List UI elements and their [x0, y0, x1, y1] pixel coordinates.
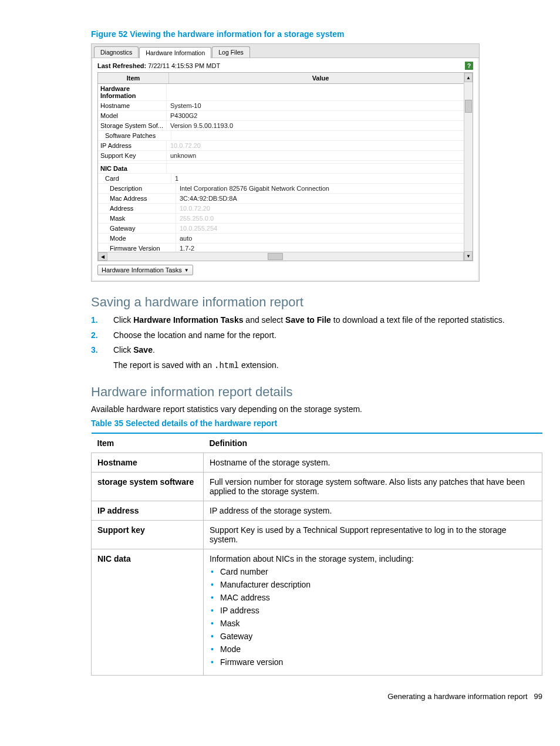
- table-row[interactable]: IP Address10.0.72.20: [98, 141, 473, 151]
- tab-hardware-information[interactable]: Hardware Information: [139, 47, 211, 58]
- last-refreshed-label: Last Refreshed:: [97, 62, 146, 69]
- hscroll-thumb[interactable]: [268, 253, 283, 260]
- row-value: 10.0.72.20: [167, 141, 473, 150]
- list-item: IP address: [210, 606, 536, 615]
- cell-definition: IP address of the storage system.: [204, 501, 542, 521]
- row-value: Intel Corporation 82576 Gigabit Network …: [176, 184, 473, 193]
- table-row[interactable]: ModelP4300G2: [98, 111, 473, 121]
- table-row[interactable]: Card1: [98, 174, 473, 184]
- table-row[interactable]: Modeauto: [98, 234, 473, 244]
- row-value: auto: [176, 234, 473, 243]
- table-row: NIC dataInformation about NICs in the st…: [92, 549, 542, 676]
- scroll-up-icon[interactable]: ▲: [464, 73, 473, 82]
- table-row: IP addressIP address of the storage syst…: [92, 501, 542, 521]
- figure-title: Figure 52 Viewing the hardware informati…: [91, 29, 542, 39]
- row-value: 10.0.72.20: [176, 204, 473, 213]
- row-value: [167, 164, 473, 173]
- list-item: MAC address: [210, 593, 536, 602]
- table-row[interactable]: Software Patches: [98, 131, 473, 141]
- scroll-left-icon[interactable]: ◀: [98, 252, 107, 261]
- table-row[interactable]: Support Keyunknown: [98, 151, 473, 161]
- tab-log-files[interactable]: Log Files: [212, 46, 250, 58]
- row-label: [98, 161, 167, 163]
- row-value: [167, 84, 473, 100]
- cell-item: IP address: [92, 501, 204, 521]
- list-item: Manufacturer description: [210, 580, 536, 589]
- th-item: Item: [92, 433, 204, 453]
- table-title: Table 35 Selected details of the hardwar…: [91, 418, 542, 428]
- scroll-down-icon[interactable]: ▼: [464, 251, 473, 261]
- table-row[interactable]: DescriptionIntel Corporation 82576 Gigab…: [98, 184, 473, 194]
- list-item: Mask: [210, 619, 536, 628]
- cell-definition: Hostname of the storage system.: [204, 453, 542, 472]
- step-1: 1. Click Hardware Information Tasks and …: [91, 315, 542, 326]
- table-row: HostnameHostname of the storage system.: [92, 453, 542, 472]
- section-details-heading: Hardware information report details: [91, 384, 542, 400]
- section-details-intro: Available hardware report statistics var…: [91, 404, 542, 414]
- app-window: Diagnostics Hardware Information Log Fil…: [91, 43, 480, 282]
- table-row[interactable]: Gateway10.0.255.254: [98, 224, 473, 234]
- row-label: Card: [98, 174, 171, 183]
- section-saving-heading: Saving a hardware information report: [91, 295, 542, 310]
- row-label: Mask: [98, 214, 176, 223]
- row-label: IP Address: [98, 141, 167, 150]
- row-label: Storage System Sof...: [98, 121, 167, 130]
- column-header-item[interactable]: Item: [98, 73, 169, 83]
- table-row: storage system softwareFull version numb…: [92, 472, 542, 501]
- row-value: 1.7-2: [176, 244, 473, 252]
- cell-item: storage system software: [92, 472, 204, 501]
- list-item: Firmware version: [210, 657, 536, 667]
- row-label: Gateway: [98, 224, 176, 233]
- tasks-button-label: Hardware Information Tasks: [102, 266, 182, 274]
- row-value: Version 9.5.00.1193.0: [167, 121, 473, 130]
- table-row[interactable]: Address10.0.72.20: [98, 204, 473, 214]
- row-value: 1: [171, 174, 473, 183]
- table-row[interactable]: Mask255.255.0.0: [98, 214, 473, 224]
- row-label: NIC Data: [98, 164, 167, 173]
- step-2: 2.Choose the location and name for the r…: [91, 330, 542, 342]
- vertical-scrollbar[interactable]: ▲ ▼: [464, 73, 473, 261]
- tab-diagnostics[interactable]: Diagnostics: [94, 46, 139, 58]
- row-value: P4300G2: [167, 111, 473, 120]
- table-row[interactable]: Firmware Version1.7-2: [98, 244, 473, 252]
- cell-item: NIC data: [92, 549, 204, 676]
- row-label: Mode: [98, 234, 176, 243]
- row-value: [171, 131, 473, 140]
- row-value: 3C:4A:92:DB:5D:8A: [176, 194, 473, 203]
- table-row[interactable]: NIC Data: [98, 164, 473, 174]
- row-label: Address: [98, 204, 176, 213]
- table-row[interactable]: Mac Address3C:4A:92:DB:5D:8A: [98, 194, 473, 204]
- row-label: Model: [98, 111, 167, 120]
- list-item: Gateway: [210, 632, 536, 641]
- row-label: Firmware Version: [98, 244, 176, 252]
- cell-item: Hostname: [92, 453, 204, 472]
- table-row[interactable]: Storage System Sof...Version 9.5.00.1193…: [98, 121, 473, 131]
- last-refreshed-row: Last Refreshed: 7/22/11 4:15:53 PM MDT ?: [97, 62, 473, 70]
- th-definition: Definition: [204, 433, 542, 453]
- table-row[interactable]: Hardware Information: [98, 84, 473, 101]
- row-label: Hostname: [98, 101, 167, 110]
- row-value: [167, 161, 473, 163]
- table-row[interactable]: HostnameSystem-10: [98, 101, 473, 111]
- chevron-down-icon: ▼: [184, 268, 189, 273]
- row-value: 10.0.255.254: [176, 224, 473, 233]
- step-3-note: The report is saved with an .html extens…: [113, 360, 542, 372]
- row-label: Support Key: [98, 151, 167, 160]
- scroll-thumb[interactable]: [465, 100, 472, 113]
- cell-definition: Full version number for storage system s…: [204, 472, 542, 501]
- row-label: Mac Address: [98, 194, 176, 203]
- horizontal-scrollbar[interactable]: ◀ ▶: [98, 252, 473, 261]
- row-label: Software Patches: [98, 131, 171, 140]
- row-value: 255.255.0.0: [176, 214, 473, 223]
- help-icon[interactable]: ?: [465, 62, 473, 70]
- tab-bar: Diagnostics Hardware Information Log Fil…: [92, 44, 479, 58]
- column-header-value[interactable]: Value: [169, 73, 473, 83]
- page-footer: Generating a hardware information report…: [91, 692, 542, 701]
- hardware-information-tasks-button[interactable]: Hardware Information Tasks ▼: [97, 265, 193, 275]
- row-label: Description: [98, 184, 176, 193]
- hardware-info-grid: Item Value Hardware InformationHostnameS…: [97, 72, 473, 261]
- cell-definition: Support Key is used by a Technical Suppo…: [204, 521, 542, 549]
- hardware-report-details-table: Item Definition HostnameHostname of the …: [91, 433, 542, 676]
- table-row: Support keySupport Key is used by a Tech…: [92, 521, 542, 549]
- step-3: 3. Click Save.: [91, 345, 542, 356]
